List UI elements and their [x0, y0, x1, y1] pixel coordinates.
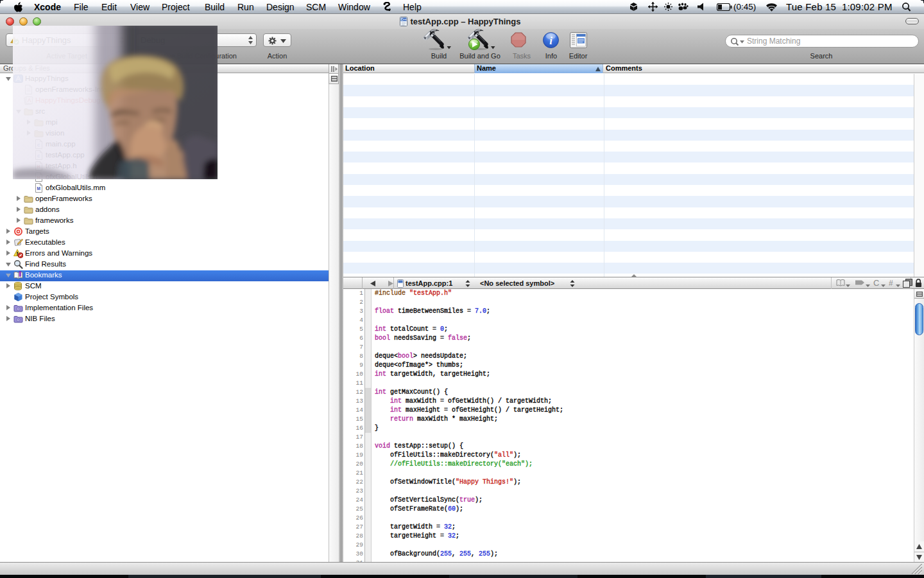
svg-text:i: i: [549, 35, 552, 47]
svg-text:C: C: [873, 279, 879, 288]
svg-text:#: #: [889, 279, 893, 288]
svg-text:M: M: [37, 186, 40, 191]
svg-text:C++: C++: [401, 18, 407, 21]
